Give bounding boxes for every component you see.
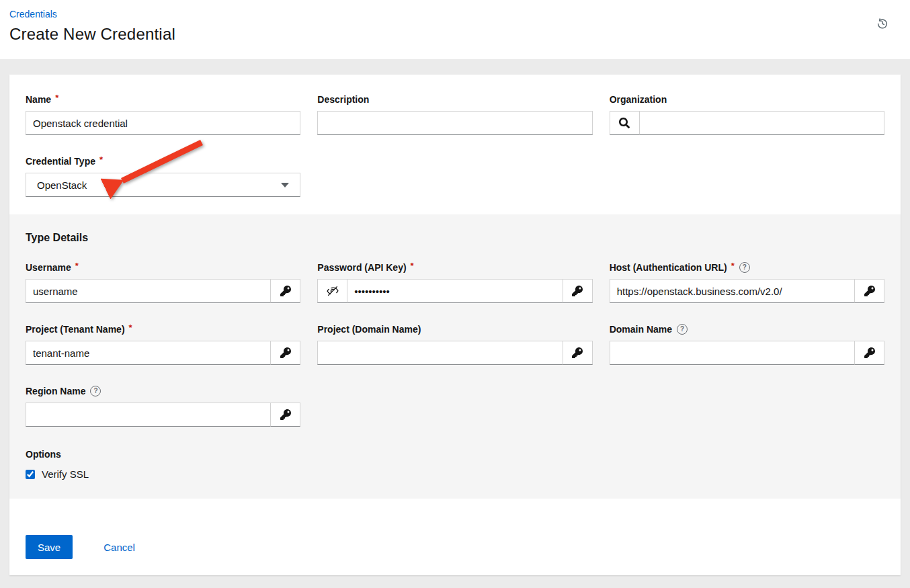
host-input[interactable] [610,279,855,303]
key-icon [280,409,291,420]
history-icon [876,17,888,30]
password-label: Password (API Key) [317,262,406,273]
project-domain-credential-lookup-button[interactable] [563,341,593,365]
project-domain-label: Project (Domain Name) [317,324,421,335]
key-icon [864,347,875,358]
required-asterisk: * [99,155,103,165]
required-asterisk: * [129,323,132,333]
project-tenant-credential-lookup-button[interactable] [271,341,300,365]
username-label: Username [26,262,71,273]
history-button[interactable] [875,16,890,31]
verify-ssl-checkbox[interactable] [26,470,35,479]
help-icon[interactable]: ? [677,324,688,335]
verify-ssl-label: Verify SSL [42,468,89,480]
field-username: Username * [26,261,300,303]
name-input[interactable] [26,111,300,135]
page: Credentials Create New Credential Name * [0,0,910,588]
field-host: Host (Authentication URL) * ? [610,261,884,303]
region-name-credential-lookup-button[interactable] [271,403,300,427]
field-project-tenant: Project (Tenant Name) * [26,323,300,365]
card-actions-section: Save Cancel [9,499,901,575]
password-credential-lookup-button[interactable] [563,279,593,303]
credential-type-selected: OpenStack [37,179,281,191]
search-icon [619,118,630,128]
field-organization: Organization [610,93,884,135]
organization-input[interactable] [639,111,884,135]
page-header: Credentials Create New Credential [0,0,910,59]
password-input[interactable] [347,279,563,303]
type-details-section: Type Details Username * [9,214,901,499]
project-tenant-input[interactable] [26,341,271,365]
breadcrumb-credentials[interactable]: Credentials [9,9,57,19]
verify-ssl-row[interactable]: Verify SSL [26,468,89,480]
key-icon [864,286,875,296]
domain-name-credential-lookup-button[interactable] [855,341,884,365]
domain-name-input[interactable] [610,341,855,365]
help-icon[interactable]: ? [90,386,101,396]
key-icon [572,347,583,358]
page-title: Create New Credential [9,25,899,44]
field-region-name: Region Name ? [26,385,300,427]
domain-name-label: Domain Name [610,324,672,335]
eye-slash-icon [327,285,339,297]
name-label: Name [26,94,51,105]
save-button[interactable]: Save [26,535,73,559]
password-reveal-button[interactable] [317,279,347,303]
host-credential-lookup-button[interactable] [855,279,884,303]
key-icon [280,347,291,358]
host-label: Host (Authentication URL) [610,262,727,273]
type-details-title: Type Details [26,232,884,244]
cancel-button[interactable]: Cancel [104,542,135,553]
field-project-domain: Project (Domain Name) [317,323,592,365]
field-domain-name: Domain Name ? [610,323,884,365]
region-name-input[interactable] [26,403,271,427]
project-domain-input[interactable] [317,341,563,365]
organization-lookup-button[interactable] [610,111,639,135]
region-name-label: Region Name [26,386,85,396]
username-credential-lookup-button[interactable] [271,279,300,303]
description-input[interactable] [317,111,592,135]
credential-type-label: Credential Type [26,156,95,167]
required-asterisk: * [55,93,58,103]
options-label: Options [26,449,884,460]
username-input[interactable] [26,279,271,303]
help-icon[interactable]: ? [739,262,750,273]
required-asterisk: * [411,261,414,271]
card-top-section: Name * Description [9,75,901,214]
credential-form-card: Name * Description [9,75,901,575]
key-icon [572,286,583,296]
credential-type-dropdown[interactable]: OpenStack [26,173,300,197]
project-tenant-label: Project (Tenant Name) [26,324,125,335]
required-asterisk: * [731,261,735,271]
organization-label: Organization [610,94,667,105]
field-credential-type: Credential Type * OpenStack [26,155,300,197]
caret-down-icon [281,183,289,187]
field-description: Description [317,93,592,135]
required-asterisk: * [75,261,79,271]
field-name: Name * [26,93,300,135]
key-icon [280,286,291,296]
field-password: Password (API Key) * [317,261,592,303]
description-label: Description [317,94,369,105]
